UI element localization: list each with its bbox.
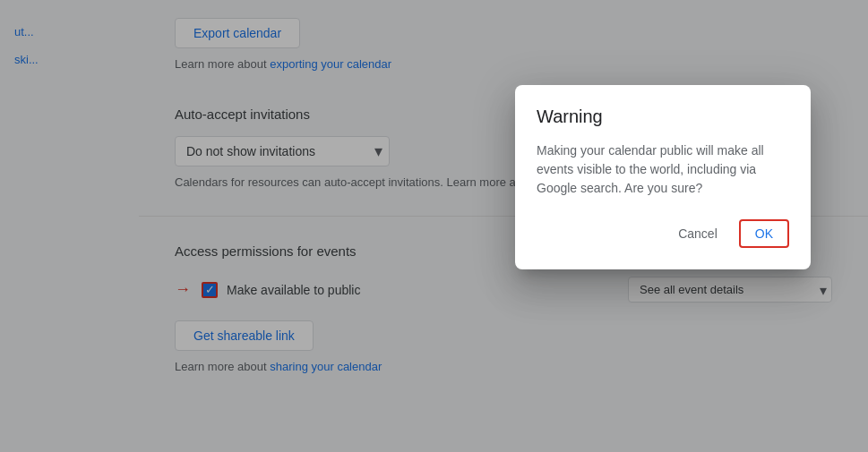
warning-dialog: Warning Making your calendar public will…	[515, 85, 811, 269]
dialog-ok-button[interactable]: OK	[739, 219, 789, 248]
dialog-title: Warning	[537, 107, 789, 127]
background-content: ut... ski... Export calendar Learn more …	[0, 0, 868, 452]
dialog-cancel-button[interactable]: Cancel	[664, 219, 732, 248]
dialog-body: Making your calendar public will make al…	[537, 141, 789, 198]
dialog-actions: Cancel OK	[537, 219, 789, 248]
